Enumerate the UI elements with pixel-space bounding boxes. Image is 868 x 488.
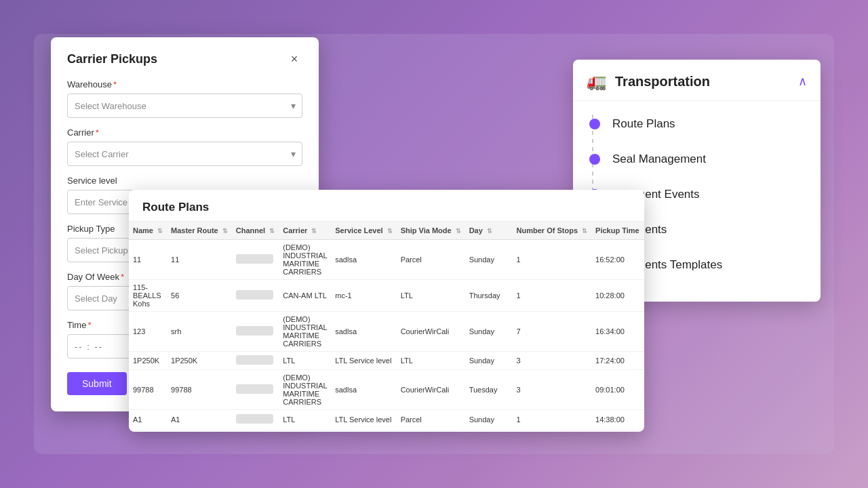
- table-row[interactable]: 123srh(DEMO) INDUSTRIAL MARITIME CARRIER…: [129, 312, 644, 352]
- warehouse-label: Warehouse*: [67, 79, 302, 89]
- cell-4: sadlsa: [331, 312, 396, 352]
- cell-1: 56: [167, 280, 232, 312]
- col-service: Service Level ⇅: [331, 222, 396, 240]
- cell-7: 7: [513, 312, 592, 352]
- chevron-up-icon[interactable]: ∧: [798, 74, 807, 89]
- cell-2: [232, 352, 279, 370]
- cell-5: LTL: [397, 280, 465, 312]
- carrier-select-input[interactable]: Select Carrier: [75, 142, 295, 165]
- close-button[interactable]: ×: [286, 51, 302, 67]
- transport-header: 🚛 Transportation ∧: [573, 60, 821, 101]
- cell-1: srh: [167, 312, 232, 352]
- cell-3: LTL: [279, 410, 331, 430]
- cell-8: 10:28:00: [591, 280, 644, 312]
- cell-6: Sunday: [465, 352, 513, 370]
- warehouse-select-wrapper[interactable]: Select Warehouse: [67, 94, 302, 118]
- cell-1: 1P250K: [167, 352, 232, 370]
- transport-item-label: Seal Management: [612, 152, 706, 166]
- col-day: Day ⇅: [465, 222, 513, 240]
- cell-0: A1: [129, 410, 167, 430]
- table-row[interactable]: 115-BEALLS Kohs56CAN-AM LTLmc-1LTLThursd…: [129, 280, 644, 312]
- cell-5: CourierWirCali: [397, 370, 465, 410]
- cell-2: [232, 370, 279, 410]
- cell-4: sadlsa: [331, 370, 396, 410]
- cell-3: KOHLER TRANSFER: [279, 430, 331, 432]
- transport-item-label: Route Plans: [612, 117, 675, 131]
- route-table-wrap[interactable]: Name ⇅ Master Route ⇅ Channel ⇅ Carrier …: [129, 222, 644, 432]
- cell-6: Tuesday: [465, 430, 513, 432]
- cell-8: 16:34:00: [591, 312, 644, 352]
- table-body: 1111(DEMO) INDUSTRIAL MARITIME CARRIERSs…: [129, 240, 644, 432]
- cell-5: LTL: [397, 352, 465, 370]
- cell-5: Parcel: [397, 410, 465, 430]
- warehouse-select-input[interactable]: Select Warehouse: [75, 94, 295, 117]
- cell-1: 99788: [167, 370, 232, 410]
- cell-8: 16:52:00: [591, 240, 644, 280]
- cell-3: (DEMO) INDUSTRIAL MARITIME CARRIERS: [279, 240, 331, 280]
- cell-0: 123: [129, 312, 167, 352]
- cell-6: Thursday: [465, 280, 513, 312]
- cell-3: (DEMO) INDUSTRIAL MARITIME CARRIERS: [279, 370, 331, 410]
- carrier-select[interactable]: Select Carrier: [67, 142, 302, 166]
- cell-2: [232, 410, 279, 430]
- cell-7: 3: [513, 352, 592, 370]
- cell-4: LTL Service level: [331, 410, 396, 430]
- cell-2: [232, 312, 279, 352]
- transport-item-seal-management[interactable]: Seal Management: [573, 142, 821, 177]
- cell-5: Parcel: [397, 240, 465, 280]
- cell-6: Sunday: [465, 240, 513, 280]
- service-level-label: Service level: [67, 176, 302, 186]
- carrier-field: Carrier* Select Carrier: [67, 127, 302, 166]
- route-table: Name ⇅ Master Route ⇅ Channel ⇅ Carrier …: [129, 222, 644, 432]
- transport-item-dot: [589, 119, 600, 129]
- cell-3: (DEMO) INDUSTRIAL MARITIME CARRIERS: [279, 312, 331, 352]
- truck-icon: 🚛: [587, 72, 607, 91]
- table-row[interactable]: 9978899788(DEMO) INDUSTRIAL MARITIME CAR…: [129, 370, 644, 410]
- cell-0: 11: [129, 240, 167, 280]
- carrier-label: Carrier*: [67, 127, 302, 138]
- cell-8: 09:01:00: [591, 370, 644, 410]
- col-name: Name ⇅: [129, 222, 167, 240]
- table-row[interactable]: 1P250K1P250KLTLLTL Service levelLTLSunda…: [129, 352, 644, 370]
- cell-1: A1: [167, 410, 232, 430]
- cell-1: B2: [167, 430, 232, 432]
- route-modal-header: Route Plans: [129, 190, 644, 222]
- cell-0: 1P250K: [129, 352, 167, 370]
- table-row[interactable]: A1A1LTLLTL Service levelParcelSunday114:…: [129, 410, 644, 430]
- transport-title: Transportation: [615, 74, 710, 89]
- cell-7: 6: [513, 430, 592, 432]
- cell-4: sadlsa: [331, 240, 396, 280]
- cell-4: LTL Service level: [331, 352, 396, 370]
- cell-4: KOHL: [331, 430, 396, 432]
- table-header: Name ⇅ Master Route ⇅ Channel ⇅ Carrier …: [129, 222, 644, 240]
- cell-5: LTL: [397, 430, 465, 432]
- carrier-select-wrapper[interactable]: Select Carrier: [67, 142, 302, 166]
- warehouse-select[interactable]: Select Warehouse: [67, 94, 302, 118]
- cell-6: Tuesday: [465, 370, 513, 410]
- cell-2: [232, 280, 279, 312]
- cell-3: CAN-AM LTL: [279, 280, 331, 312]
- modal-header: Carrier Pickups ×: [67, 51, 302, 67]
- transport-title-wrap: 🚛 Transportation: [587, 72, 710, 91]
- table-row[interactable]: B2B2KOHLER TRANSFERKOHLLTLTuesday600:03:…: [129, 430, 644, 432]
- route-plans-modal: Route Plans Name ⇅ Master Route ⇅ Channe…: [129, 190, 644, 432]
- cell-7: 1: [513, 410, 592, 430]
- submit-button[interactable]: Submit: [67, 372, 127, 395]
- col-carrier: Carrier ⇅: [279, 222, 331, 240]
- cell-7: 3: [513, 370, 592, 410]
- warehouse-field: Warehouse* Select Warehouse: [67, 79, 302, 118]
- route-modal-title: Route Plans: [142, 201, 209, 214]
- cell-3: LTL: [279, 352, 331, 370]
- cell-8: 17:24:00: [591, 352, 644, 370]
- cell-7: 1: [513, 240, 592, 280]
- col-stops: Number Of Stops ⇅: [513, 222, 592, 240]
- cell-2: [232, 240, 279, 280]
- transport-item-route-plans[interactable]: Route Plans: [573, 106, 821, 142]
- cell-7: 1: [513, 280, 592, 312]
- col-ship-via: Ship Via Mode ⇅: [397, 222, 465, 240]
- cell-6: Sunday: [465, 312, 513, 352]
- cell-6: Sunday: [465, 410, 513, 430]
- table-row[interactable]: 1111(DEMO) INDUSTRIAL MARITIME CARRIERSs…: [129, 240, 644, 280]
- col-channel: Channel ⇅: [232, 222, 279, 240]
- cell-8: 00:03:00: [591, 430, 644, 432]
